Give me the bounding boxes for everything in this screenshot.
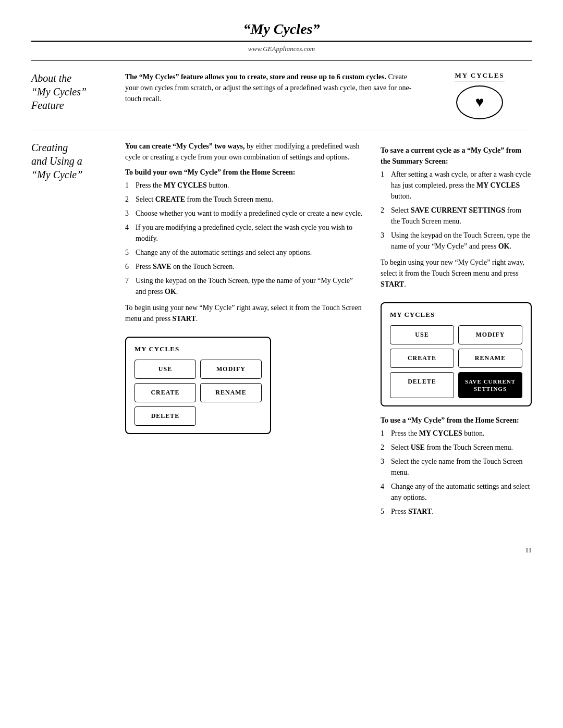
- home-step-3: 3 Choose whether you want to modify a pr…: [125, 208, 365, 219]
- home-step-6: 6 Press SAVE on the Touch Screen.: [125, 261, 365, 272]
- summary-steps-list: 1 After setting a wash cycle, or after a…: [381, 169, 532, 252]
- creating-section: Creating and Using a “My Cycle” You can …: [31, 130, 532, 531]
- home-step-1: 1 Press the MY CYCLES button.: [125, 180, 365, 191]
- about-intro: The “My Cycles” feature allows you to cr…: [125, 71, 412, 104]
- panel1-btn-create: CREATE: [134, 383, 196, 402]
- about-label: About the “My Cycles” Feature: [31, 71, 125, 119]
- step1-bold: MY CYCLES: [164, 181, 207, 189]
- summary-step-3: 3 Using the keypad on the Touch Screen, …: [381, 230, 532, 252]
- use-step-2: 2 Select USE from the Touch Screen menu.: [381, 442, 532, 453]
- panel1-btn-delete: DELETE: [134, 406, 196, 426]
- creating-label-line3: “My Cycle”: [31, 169, 82, 180]
- home-footer-start: START: [173, 315, 196, 323]
- use-step-4: 4 Change any of the automatic settings a…: [381, 481, 532, 503]
- about-section: About the “My Cycles” Feature The “My Cy…: [31, 61, 532, 130]
- heart-icon: ♥: [475, 94, 484, 110]
- panel2-btn-rename: RENAME: [458, 349, 522, 368]
- home-steps-list: 1 Press the MY CYCLES button. 2 Select C…: [125, 180, 365, 297]
- page-title: “My Cycles”: [31, 21, 532, 38]
- touch-panel-2: MY CYCLES USE MODIFY CREATE RENAME DELET…: [381, 302, 532, 407]
- about-label-line2: “My Cycles”: [31, 86, 87, 97]
- use-steps-list: 1 Press the MY CYCLES button. 2 Select U…: [381, 428, 532, 517]
- panel1-btn-use: USE: [134, 360, 196, 379]
- use-heading: To use a “My Cycle” from the Home Screen…: [381, 415, 532, 426]
- creating-label: Creating and Using a “My Cycle”: [31, 141, 125, 521]
- heart-oval: ♥: [456, 85, 503, 119]
- use-step-3: 3 Select the cycle name from the Touch S…: [381, 456, 532, 478]
- about-label-line1: About the: [31, 72, 71, 84]
- step6-bold: SAVE: [153, 263, 172, 270]
- panel2-btn-save-current: SAVE CURRENTSETTINGS: [458, 372, 522, 399]
- home-screen-heading: To build your own “My Cycle” from the Ho…: [125, 167, 365, 178]
- page-number: 11: [31, 546, 532, 554]
- panel1-title: MY CYCLES: [134, 345, 262, 353]
- use-step-1: 1 Press the MY CYCLES button.: [381, 428, 532, 439]
- home-footer: To begin using your new “My Cycle” right…: [125, 302, 365, 324]
- touch-panel-1: MY CYCLES USE MODIFY CREATE RENAME DELET…: [125, 337, 271, 434]
- logo-text: MY CYCLES: [455, 71, 504, 81]
- panel2-grid: USE MODIFY CREATE RENAME DELETE SAVE CUR…: [390, 325, 522, 399]
- about-label-line3: Feature: [31, 100, 64, 111]
- summary-step-2: 2 Select SAVE CURRENT SETTINGS from the …: [381, 205, 532, 227]
- about-logo: MY CYCLES ♥: [427, 71, 532, 119]
- panel1-btn-modify: MODIFY: [200, 360, 262, 379]
- step7-bold: OK: [165, 288, 176, 295]
- panel2-btn-delete: DELETE: [390, 372, 454, 399]
- content-area: About the “My Cycles” Feature The “My Cy…: [31, 61, 532, 531]
- creating-center: You can create “My Cycles” two ways, by …: [125, 141, 375, 521]
- panel1-btn-rename: RENAME: [200, 383, 262, 402]
- summary-step-1: 1 After setting a wash cycle, or after a…: [381, 169, 532, 202]
- creating-right: To save a current cycle as a “My Cycle” …: [375, 141, 532, 521]
- top-rule: [31, 41, 532, 42]
- home-step-2: 2 Select CREATE from the Touch Screen me…: [125, 194, 365, 205]
- summary-footer: To begin using your new “My Cycle” right…: [381, 257, 532, 290]
- panel2-btn-create: CREATE: [390, 349, 454, 368]
- about-intro-bold: The “My Cycles” feature allows you to cr…: [125, 73, 386, 81]
- creating-intro: You can create “My Cycles” two ways, by …: [125, 141, 365, 163]
- panel2-btn-modify: MODIFY: [458, 325, 522, 344]
- my-cycles-logo: MY CYCLES ♥: [455, 71, 504, 119]
- home-step-4: 4 If you are modifying a predefined cycl…: [125, 222, 365, 244]
- home-step-5: 5 Change any of the automatic settings a…: [125, 247, 365, 258]
- creating-label-line2: and Using a: [31, 155, 82, 167]
- about-body: The “My Cycles” feature allows you to cr…: [125, 71, 427, 119]
- creating-label-line1: Creating: [31, 142, 68, 153]
- step2-bold: CREATE: [155, 195, 185, 203]
- panel1-grid: USE MODIFY CREATE RENAME DELETE: [134, 360, 262, 426]
- use-step-5: 5 Press START.: [381, 506, 532, 517]
- website-url: www.GEAppliances.com: [31, 44, 532, 54]
- panel2-title: MY CYCLES: [390, 311, 522, 319]
- panel2-btn-use: USE: [390, 325, 454, 344]
- summary-heading: To save a current cycle as a “My Cycle” …: [381, 145, 532, 167]
- home-step-7: 7 Using the keypad on the Touch Screen, …: [125, 275, 365, 297]
- creating-intro-bold: You can create “My Cycles” two ways,: [125, 142, 245, 150]
